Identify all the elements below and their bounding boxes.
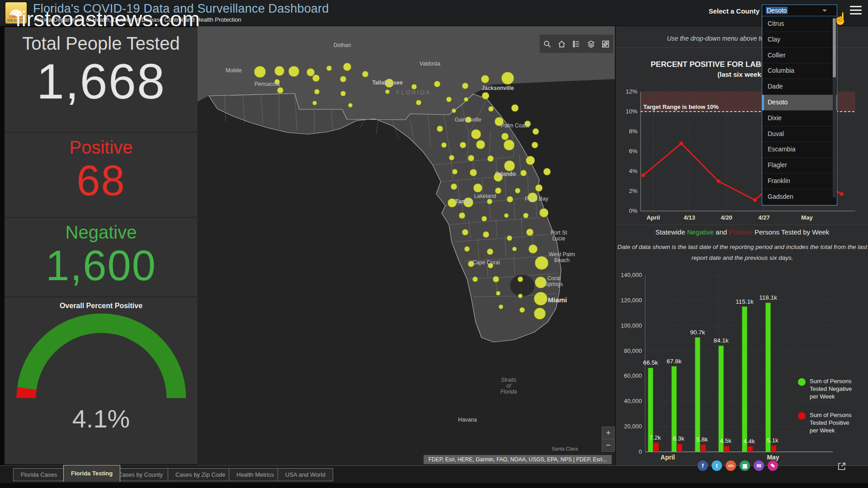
county-bubble[interactable] <box>362 71 368 77</box>
county-bubble[interactable] <box>314 89 320 94</box>
email-icon[interactable]: ✉ <box>754 460 764 471</box>
county-bubble[interactable] <box>254 66 266 78</box>
county-bubble[interactable] <box>274 66 284 76</box>
county-bubble[interactable] <box>533 128 539 135</box>
county-bubble[interactable] <box>449 155 454 160</box>
county-bubble[interactable] <box>459 212 465 219</box>
county-bubble[interactable] <box>471 129 481 139</box>
county-bubble[interactable] <box>340 91 346 96</box>
county-bubble[interactable] <box>476 140 485 149</box>
county-bubble[interactable] <box>481 75 489 83</box>
county-bubble[interactable] <box>482 92 489 99</box>
county-bubble[interactable] <box>528 244 538 253</box>
county-bubble[interactable] <box>464 246 470 252</box>
county-bubble[interactable] <box>441 142 447 148</box>
county-bubble[interactable] <box>452 108 456 113</box>
county-bubble[interactable] <box>511 104 519 112</box>
zoom-out-button[interactable]: − <box>602 439 614 451</box>
county-bubble[interactable] <box>312 101 317 105</box>
county-option-clay[interactable]: Clay <box>762 32 837 48</box>
county-bubble[interactable] <box>462 83 468 89</box>
county-bubble[interactable] <box>472 277 478 282</box>
county-dropdown[interactable]: Desoto CitrusClayCollierColumbiaDadeDeso… <box>762 5 837 206</box>
home-icon[interactable] <box>557 40 566 48</box>
county-bubble[interactable] <box>501 133 509 140</box>
county-bubble[interactable] <box>518 277 523 282</box>
county-bubble[interactable] <box>288 66 299 77</box>
county-option-escambia[interactable]: Escambia <box>762 142 837 158</box>
tab-florida-cases[interactable]: Florida Cases <box>13 468 65 481</box>
county-option-desoto[interactable]: Desoto <box>762 95 837 111</box>
tab-usa-and-world[interactable]: USA and World <box>278 468 333 481</box>
county-bubble[interactable] <box>277 87 283 94</box>
county-bubble[interactable] <box>499 305 503 309</box>
county-bubble[interactable] <box>312 75 320 82</box>
county-bubble[interactable] <box>473 183 482 192</box>
share-link-icon[interactable]: ✎ <box>768 460 778 471</box>
county-bubble[interactable] <box>543 168 551 175</box>
county-bubble[interactable] <box>326 66 332 71</box>
dropdown-scrollbar[interactable] <box>833 18 836 197</box>
county-bubble[interactable] <box>348 103 353 108</box>
county-option-franklin[interactable]: Franklin <box>762 174 837 189</box>
county-bubble[interactable] <box>385 89 390 94</box>
county-bubble[interactable] <box>464 97 468 102</box>
county-bubble[interactable] <box>526 229 533 236</box>
facebook-icon[interactable]: f <box>698 460 708 471</box>
county-bubble[interactable] <box>307 68 315 76</box>
county-option-duval[interactable]: Duval <box>762 127 837 142</box>
county-bubble[interactable] <box>343 63 351 71</box>
county-option-citrus[interactable]: Citrus <box>762 16 837 32</box>
county-bubble[interactable] <box>493 276 499 282</box>
county-bubble[interactable] <box>507 235 512 241</box>
county-bubble[interactable] <box>416 100 421 105</box>
county-bubble[interactable] <box>534 292 547 305</box>
county-bubble[interactable] <box>504 140 514 150</box>
county-bubble[interactable] <box>504 160 515 171</box>
county-bubble[interactable] <box>504 213 509 218</box>
legend-list-icon[interactable] <box>572 40 580 48</box>
county-bubble[interactable] <box>518 294 523 298</box>
tab-health-metrics[interactable]: Health Metrics <box>229 468 282 481</box>
florida-bubble-map[interactable]: DothanMobileValdostaPensacolaTallahassee… <box>198 26 615 465</box>
county-bubble[interactable] <box>451 183 457 190</box>
county-bubble[interactable] <box>460 142 466 148</box>
county-bubble[interactable] <box>526 156 535 165</box>
embed-code-icon[interactable]: </> <box>726 460 736 471</box>
county-bubble[interactable] <box>535 184 542 192</box>
county-bubble[interactable] <box>488 106 494 112</box>
county-option-dixie[interactable]: Dixie <box>762 111 837 127</box>
county-option-gadsden[interactable]: Gadsden <box>762 189 837 205</box>
county-bubble[interactable] <box>519 307 525 313</box>
search-icon[interactable] <box>543 40 552 48</box>
county-bubble[interactable] <box>481 216 487 221</box>
county-bubble[interactable] <box>487 155 494 162</box>
county-bubble[interactable] <box>340 76 346 82</box>
county-bubble[interactable] <box>507 196 513 202</box>
county-bubble[interactable] <box>452 169 458 174</box>
layers-icon[interactable] <box>587 40 595 48</box>
tab-florida-testing[interactable]: Florida Testing <box>63 465 120 482</box>
county-option-dade[interactable]: Dade <box>762 79 837 95</box>
county-bubble[interactable] <box>487 249 493 255</box>
county-bubble[interactable] <box>520 170 527 176</box>
twitter-icon[interactable]: t <box>712 460 722 471</box>
expand-icon[interactable] <box>837 461 847 471</box>
basemap-gallery-icon[interactable] <box>601 40 610 48</box>
zoom-in-button[interactable]: + <box>602 427 614 439</box>
dropdown-scrollbar-thumb[interactable] <box>833 19 836 77</box>
county-bubble[interactable] <box>534 308 546 319</box>
county-option-collier[interactable]: Collier <box>762 48 837 64</box>
county-option-columbia[interactable]: Columbia <box>762 63 837 79</box>
county-bubble[interactable] <box>532 142 538 148</box>
county-bubble[interactable] <box>496 291 500 296</box>
county-bubble[interactable] <box>523 213 528 218</box>
county-bubble[interactable] <box>501 72 514 84</box>
county-bubble[interactable] <box>483 231 489 238</box>
county-bubble[interactable] <box>535 256 548 270</box>
county-option-flagler[interactable]: Flagler <box>762 158 837 174</box>
county-bubble[interactable] <box>512 247 517 251</box>
county-bubble[interactable] <box>468 155 474 161</box>
qr-code-icon[interactable]: ▦ <box>740 460 750 471</box>
county-bubble[interactable] <box>434 81 440 87</box>
